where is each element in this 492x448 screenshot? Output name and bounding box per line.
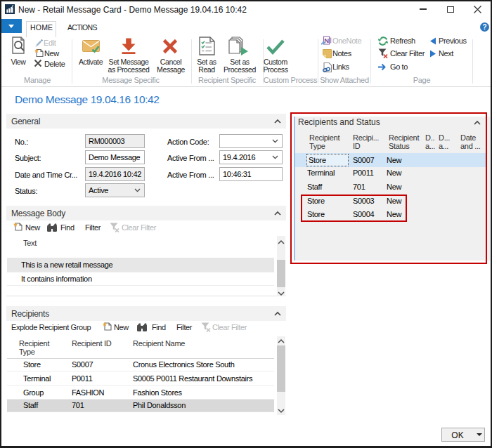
svg-text:N: N (324, 37, 329, 44)
